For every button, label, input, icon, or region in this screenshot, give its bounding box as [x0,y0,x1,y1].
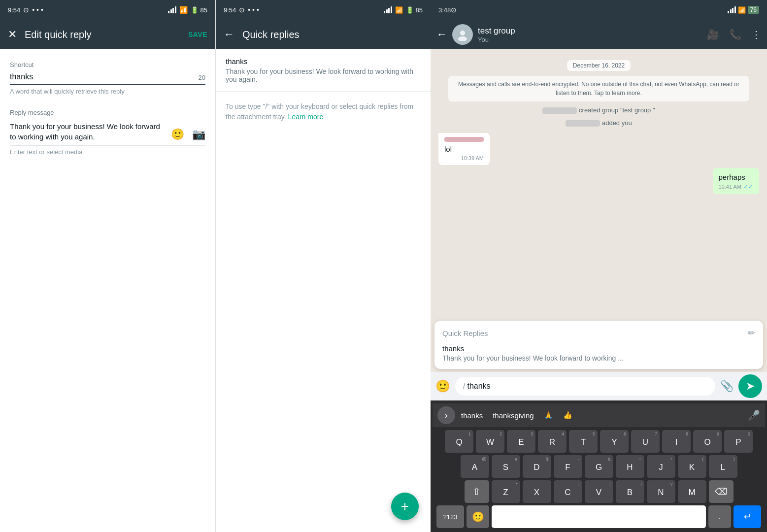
key-c[interactable]: :C [554,480,582,503]
key-v[interactable]: ;V [585,480,613,503]
space-key[interactable] [492,505,706,528]
keyboard-row-1: 1Q 2W 3E 4R 5T 6Y 7U 8I 9O 0P [434,430,763,453]
suggestions-arrow[interactable]: › [437,406,455,424]
key-g[interactable]: &G [585,455,613,478]
key-t[interactable]: 5T [569,430,598,453]
keyboard-bottom-row: ?123 🙂 . ↵ [434,505,763,528]
enter-key[interactable]: ↵ [734,505,761,528]
close-button[interactable]: ✕ [8,28,17,41]
key-w[interactable]: 2W [476,430,504,453]
camera-icon[interactable]: 📷 [192,128,205,141]
shortcut-input[interactable] [10,72,199,81]
key-h[interactable]: =H [616,455,644,478]
key-k[interactable]: (K [678,455,706,478]
key-d[interactable]: $D [523,455,551,478]
key-u[interactable]: 7U [631,430,660,453]
shortcut-hint: A word that will quickly retrieve this r… [10,88,205,95]
save-button[interactable]: SAVE [188,31,207,38]
chat-info: test group You [478,26,702,43]
panel1-content: Shortcut 20 A word that will quickly ret… [0,49,215,532]
check-icon: ✓✓ [743,183,753,190]
shortcut-label: Shortcut [10,61,205,68]
status-icons-right: 📶 🔋 85 [168,6,207,14]
qr-tip: To use type "/" with your keyboard or se… [216,92,431,132]
keyboard-row-3: ⇧ *Z 'X :C ;V !B ?N M ⌫ [434,480,763,503]
chat-back-button[interactable]: ← [436,28,447,41]
attachment-icon[interactable]: 📎 [720,380,734,393]
chat-status-bar: 3:48 ⊙ 📶 76 [431,0,767,20]
shift-key[interactable]: ⇧ [465,480,489,503]
suggestion-thanksgiving[interactable]: thanksgiving [493,411,534,420]
voice-call-icon[interactable]: 📞 [729,29,741,40]
emoji-icon[interactable]: 🙂 [171,128,184,141]
message-input-text[interactable]: thanks [467,382,490,391]
qrp-item[interactable]: thanks Thank you for your business! We l… [442,344,755,362]
input-bar: 🙂 / thanks 📎 ➤ [431,372,767,400]
add-quick-reply-button[interactable]: + [391,493,419,520]
mic-icon[interactable]: 🎤 [748,409,760,421]
date-badge-text: December 16, 2022 [567,60,631,71]
key-z[interactable]: *Z [492,480,520,503]
date-badge: December 16, 2022 [438,60,759,71]
key-j[interactable]: +J [647,455,675,478]
suggestion-thanks[interactable]: thanks [461,411,483,420]
chat-actions: 🎥 📞 ⋮ [707,29,761,40]
key-f[interactable]: -F [554,455,582,478]
created-text: created group "test group " [579,106,655,114]
system-added: added you [438,118,759,127]
keyboard-emoji-key[interactable]: 🙂 [467,505,489,528]
key-n[interactable]: ?N [647,480,675,503]
reply-message-text: Thank you for your business! We look for… [10,121,165,142]
battery-icon-p2: 🔋 85 [406,6,423,14]
panel2-title: Quick replies [242,29,300,40]
key-i[interactable]: 8I [662,430,691,453]
more-options-icon[interactable]: ⋮ [751,29,761,40]
chat-subtitle: You [478,36,702,43]
learn-more-link[interactable]: Learn more [288,113,324,121]
send-arrow-icon: ➤ [746,380,755,393]
back-button-p2[interactable]: ← [224,28,234,41]
chat-status-app-icon: ⊙ [451,6,457,14]
wifi-icon-p3: 📶 [738,6,746,14]
emoji-button[interactable]: 🙂 [435,379,450,393]
key-q[interactable]: 1Q [445,430,473,453]
qr-message: Thank you for your business! We look for… [226,67,421,83]
send-button[interactable]: ➤ [738,374,762,398]
key-y[interactable]: 6Y [600,430,629,453]
symbols-key[interactable]: ?123 [436,505,464,528]
key-p[interactable]: 0P [724,430,753,453]
reply-message-row: Thank you for your business! We look for… [10,121,205,145]
suggestion-pray[interactable]: 🙏 [544,411,553,420]
qrp-edit-icon[interactable]: ✏ [748,328,755,338]
suggestion-thumbsup[interactable]: 👍 [563,411,572,420]
qrp-title: Quick Replies [442,329,488,337]
key-b[interactable]: !B [616,480,644,503]
encryption-notice: Messages and calls are end-to-end encryp… [448,76,749,101]
added-text: added you [602,119,632,127]
period-key[interactable]: . [708,505,731,528]
reply-label: Reply message [10,109,205,116]
chat-time: 3:48 [438,6,451,14]
slash-prefix: / [463,382,465,391]
key-m[interactable]: M [678,480,706,503]
video-call-icon[interactable]: 🎥 [707,29,719,40]
shortcut-input-row: 20 [10,72,205,85]
key-x[interactable]: 'X [523,480,551,503]
panel2-header: ← Quick replies [216,20,431,49]
quick-replies-panel: 9:54 ⊙ • • • 📶 🔋 85 ← Quick replies than… [215,0,431,532]
panel1-title: Edit quick reply [25,29,92,40]
backspace-key[interactable]: ⌫ [709,480,734,503]
key-o[interactable]: 9O [693,430,722,453]
status-bar-panel1: 9:54 ⊙ • • • 📶 🔋 85 [0,0,215,20]
key-a[interactable]: @A [461,455,489,478]
quick-reply-item[interactable]: thanks Thank you for your business! We l… [216,49,431,92]
reply-icons: 🙂 📷 [171,128,205,142]
blurred-user1 [542,107,577,114]
key-r[interactable]: 4R [538,430,567,453]
system-created: created group "test group " [438,105,759,114]
key-e[interactable]: 3E [507,430,535,453]
chat-header: ← test group You 🎥 📞 ⋮ [431,20,767,49]
key-l[interactable]: )L [709,455,737,478]
panel2-wrapper: thanks Thank you for your business! We l… [216,49,431,532]
key-s[interactable]: #S [492,455,520,478]
